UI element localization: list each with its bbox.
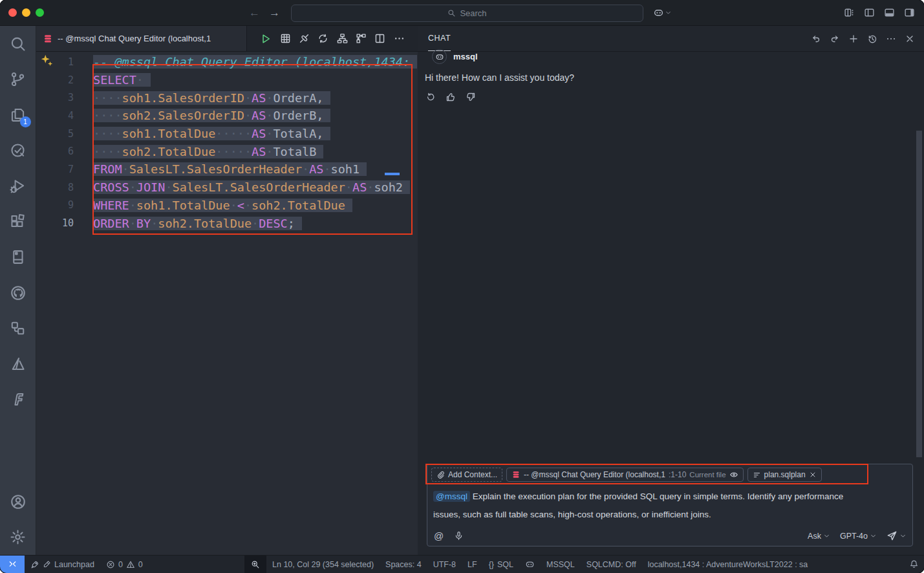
- cursor-position-item[interactable]: Ln 10, Col 29 (354 selected): [266, 556, 380, 573]
- activity-search[interactable]: [0, 26, 36, 61]
- code-line[interactable]: 6····soh2.TotalDue·····AS·TotalB: [36, 142, 418, 160]
- activity-fabric[interactable]: [0, 382, 36, 417]
- mssql-mention[interactable]: @mssql: [433, 491, 470, 502]
- indentation-item[interactable]: Spaces: 4: [380, 556, 427, 573]
- sqlcmd-item[interactable]: SQLCMD: Off: [581, 556, 642, 573]
- activity-explorer[interactable]: 1: [0, 97, 36, 133]
- estimated-plan-icon[interactable]: [337, 33, 348, 44]
- code-line[interactable]: 1-- @mssql Chat Query Editor (localhost,…: [36, 53, 418, 71]
- language-item[interactable]: {}SQL: [483, 556, 519, 573]
- code-line[interactable]: 5····soh1.TotalDue·····AS·TotalA,: [36, 125, 418, 143]
- code-line[interactable]: 9WHERE·soh1.TotalDue·<·soh2.TotalDue: [36, 197, 418, 215]
- editor-toolbar: [247, 26, 418, 51]
- send-button[interactable]: [886, 530, 906, 541]
- activity-tasks[interactable]: [0, 133, 36, 168]
- file-context-label: -- @mssql Chat Query Editor (localhost,1: [524, 470, 665, 479]
- model-dropdown[interactable]: GPT-4o: [840, 532, 876, 541]
- code-editor[interactable]: 1-- @mssql Chat Query Editor (localhost,…: [36, 52, 418, 555]
- disconnect-icon[interactable]: [299, 33, 310, 44]
- add-context-label: Add Context...: [448, 470, 497, 479]
- activity-notebook[interactable]: [0, 239, 36, 275]
- activity-run-debug[interactable]: [0, 168, 36, 204]
- tab-chat[interactable]: CHAT: [428, 26, 451, 51]
- toggle-secondary-sidebar-icon[interactable]: [904, 7, 915, 18]
- chat-history-icon[interactable]: [867, 34, 877, 44]
- chat-prompt-text[interactable]: @mssql Explain the execution plan for th…: [433, 488, 860, 524]
- code-line[interactable]: 4····soh2.SalesOrderID·AS·OrderB,: [36, 107, 418, 125]
- activity-settings[interactable]: [0, 519, 36, 555]
- selection-highlight: ORDER·BY·soh2.TotalDue·DESC;: [93, 217, 302, 230]
- remove-chip-icon[interactable]: [809, 471, 817, 479]
- zoom-window-button[interactable]: [36, 8, 44, 17]
- split-editor-icon[interactable]: [374, 33, 385, 44]
- line-number: 4: [36, 110, 74, 122]
- actual-plan-icon[interactable]: [356, 33, 367, 44]
- customize-layout-icon[interactable]: [844, 7, 855, 18]
- connection-item[interactable]: localhost,1434 : AdventureWorksLT2022 : …: [642, 556, 814, 573]
- problems-item[interactable]: 0 0: [100, 556, 149, 573]
- activity-github[interactable]: [0, 275, 36, 310]
- mssql-item[interactable]: MSSQL: [541, 556, 581, 573]
- notifications-bell-icon[interactable]: [909, 559, 919, 569]
- thumbs-up-icon[interactable]: [446, 92, 456, 102]
- code-line[interactable]: 2SELECT·: [36, 71, 418, 89]
- warning-count: 0: [138, 560, 143, 569]
- file-context-chip[interactable]: -- @mssql Chat Query Editor (localhost,1…: [506, 468, 744, 482]
- eye-icon[interactable]: [729, 470, 738, 479]
- line-number: 7: [36, 164, 74, 175]
- paperclip-icon: [436, 471, 445, 479]
- mode-dropdown[interactable]: Ask: [808, 532, 830, 541]
- minimize-window-button[interactable]: [22, 8, 30, 17]
- toggle-primary-sidebar-icon[interactable]: [864, 7, 875, 18]
- activity-source-control[interactable]: [0, 61, 36, 97]
- activity-accounts[interactable]: [0, 484, 36, 519]
- add-context-chip[interactable]: Add Context...: [431, 468, 502, 482]
- mention-button[interactable]: @: [434, 530, 444, 541]
- toggle-panel-icon[interactable]: [884, 7, 895, 18]
- nav-back-icon[interactable]: ←: [249, 6, 260, 19]
- activity-connections[interactable]: [0, 310, 36, 346]
- editor-tab[interactable]: -- @mssql Chat Query Editor (localhost,1: [36, 26, 247, 51]
- microphone-icon[interactable]: [454, 531, 464, 541]
- chat-scrollbar[interactable]: [916, 131, 922, 457]
- launchpad-item[interactable]: Launchpad: [25, 556, 100, 573]
- line-number: 1: [36, 56, 74, 68]
- tab-bar: -- @mssql Chat Query Editor (localhost,1: [36, 26, 418, 52]
- code-area[interactable]: 1-- @mssql Chat Query Editor (localhost,…: [36, 53, 418, 232]
- chat-more-icon[interactable]: [886, 34, 896, 44]
- redo-icon[interactable]: [830, 34, 840, 44]
- more-actions-icon[interactable]: [394, 33, 405, 44]
- nav-forward-icon[interactable]: →: [269, 6, 280, 19]
- activity-extensions[interactable]: [0, 204, 36, 239]
- encoding-item[interactable]: UTF-8: [427, 556, 462, 573]
- copilot-menu-button[interactable]: [653, 7, 671, 18]
- code-line[interactable]: 8CROSS·JOIN·SalesLT.SalesOrderHeader·AS·…: [36, 178, 418, 197]
- command-center-search[interactable]: Search: [291, 5, 643, 22]
- code-line[interactable]: 7FROM·SalesLT.SalesOrderHeader·AS·soh1: [36, 160, 418, 178]
- close-chat-icon[interactable]: [905, 34, 915, 44]
- chat-message-header: mssql: [432, 49, 478, 64]
- status-bar: Launchpad 0 0 Ln 10, Col 29 (354 selecte…: [0, 555, 924, 573]
- activity-azure[interactable]: [0, 346, 36, 382]
- line-number: 3: [36, 92, 74, 103]
- copilot-status-item[interactable]: [519, 556, 541, 573]
- undo-icon[interactable]: [811, 34, 821, 44]
- plan-file-chip[interactable]: plan.sqlplan: [747, 468, 822, 482]
- remote-indicator[interactable]: [0, 556, 25, 573]
- thumbs-down-icon[interactable]: [466, 92, 476, 102]
- new-chat-icon[interactable]: [848, 34, 859, 44]
- chat-input-box[interactable]: Add Context... -- @mssql Chat Query Edit…: [427, 464, 913, 546]
- eol-item[interactable]: LF: [462, 556, 483, 573]
- retry-icon[interactable]: [425, 92, 436, 102]
- selection-highlight: CROSS·JOIN·SalesLT.SalesOrderHeader·AS·s…: [93, 180, 410, 194]
- error-count: 0: [118, 560, 123, 569]
- plan-file-label: plan.sqlplan: [764, 470, 806, 479]
- run-query-icon[interactable]: [260, 33, 272, 45]
- results-grid-icon[interactable]: [280, 33, 291, 44]
- file-context-range: :1-10: [669, 470, 686, 479]
- code-line[interactable]: 10ORDER·BY·soh2.TotalDue·DESC;: [36, 214, 418, 232]
- code-line[interactable]: 3····soh1.SalesOrderID·AS·OrderA,: [36, 89, 418, 107]
- close-window-button[interactable]: [8, 8, 17, 17]
- zoom-indicator[interactable]: [244, 556, 266, 573]
- change-connection-icon[interactable]: [317, 33, 328, 44]
